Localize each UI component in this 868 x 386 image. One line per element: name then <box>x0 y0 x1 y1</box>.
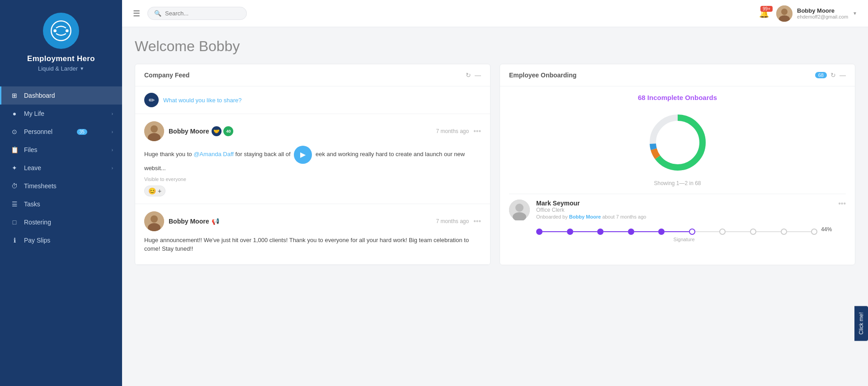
header-right: 🔔 99+ Bobby Moore ehdemoff2@gmail.com ▼ <box>759 5 857 22</box>
sidebar-item-leave[interactable]: ✦ Leave › <box>0 159 122 177</box>
search-input[interactable] <box>165 10 240 17</box>
chevron-right-icon: › <box>112 166 113 171</box>
post-avatar-2 <box>144 211 164 231</box>
sidebar-item-dashboard[interactable]: ⊞ Dashboard <box>0 86 122 105</box>
step-node-10 <box>811 229 817 235</box>
post-body: Huge thank you to @Amanda Daff for stayi… <box>144 146 481 173</box>
onboarding-title: Employee Onboarding <box>509 71 810 79</box>
post-meta: Bobby Moore 🤝 40 <box>169 126 431 136</box>
sidebar: Employment Hero Liquid & Larder ▼ ⊞ Dash… <box>0 0 122 386</box>
refresh-icon[interactable]: ↻ <box>466 71 471 79</box>
step-line-6 <box>695 231 720 232</box>
personnel-icon: ⊙ <box>10 128 19 135</box>
post-visibility: Visible to everyone <box>144 176 481 182</box>
feed-compose[interactable]: ✏ What would you like to share? <box>135 86 490 114</box>
chevron-down-icon: ▼ <box>80 66 84 71</box>
header: ☰ 🔍 🔔 99+ Bobby Moore ehd <box>122 0 868 27</box>
hamburger-menu-icon[interactable]: ☰ <box>133 9 140 19</box>
svg-point-2 <box>66 29 69 33</box>
search-bar[interactable]: 🔍 <box>147 7 247 20</box>
post-avatar <box>144 121 164 141</box>
chevron-right-icon: › <box>112 129 113 134</box>
post-author-name: Bobby Moore 🤝 40 <box>169 126 431 136</box>
tasks-icon: ☰ <box>10 200 19 208</box>
emoji-icon: 😊 <box>148 187 156 195</box>
svg-point-7 <box>151 125 158 133</box>
post-author-icons: 🤝 40 <box>212 126 233 136</box>
emp-options-icon[interactable]: ••• <box>838 200 846 208</box>
step-node-3 <box>597 229 604 235</box>
onboarding-subtitle: 68 Incomplete Onboards <box>509 94 846 101</box>
notification-button[interactable]: 🔔 99+ <box>759 9 769 19</box>
step-node-4 <box>628 229 634 235</box>
add-reaction-icon: + <box>158 187 161 195</box>
post-header-2: Bobby Moore 📢 7 months ago ••• <box>144 211 481 231</box>
step-node-5 <box>658 229 665 235</box>
sidebar-item-timesheets[interactable]: ⏱ Timesheets <box>0 177 122 195</box>
card-actions: ↻ — <box>466 71 481 79</box>
post-options-icon-2[interactable]: ••• <box>473 217 481 225</box>
emp-onboard-by: Onboarded by Bobby Moore about 7 months … <box>536 214 832 219</box>
user-menu[interactable]: Bobby Moore ehdemoff2@gmail.com ▼ <box>776 5 857 22</box>
step-node-1 <box>536 229 542 235</box>
step-line-5 <box>665 231 689 232</box>
avatar-image <box>776 5 793 22</box>
svg-point-4 <box>781 9 788 15</box>
feed-post-1: Bobby Moore 🤝 40 7 months ago ••• Huge t… <box>135 114 490 204</box>
welcome-title: Welcome Bobby <box>135 38 855 55</box>
onboarding-header: Employee Onboarding 68 ↻ — <box>500 64 855 86</box>
step-line-2 <box>573 231 598 232</box>
video-play-button[interactable]: ▶ <box>294 146 312 164</box>
step-node-current <box>689 229 695 235</box>
sidebar-item-payslips[interactable]: ℹ Pay Slips <box>0 231 122 249</box>
company-feed-header: Company Feed ↻ — <box>135 64 490 86</box>
sidebar-item-files[interactable]: 📋 Files › <box>0 141 122 159</box>
onboarding-card-actions: ↻ — <box>830 71 846 79</box>
user-chevron-icon: ▼ <box>853 11 857 16</box>
post-header: Bobby Moore 🤝 40 7 months ago ••• <box>144 121 481 141</box>
step-line-3 <box>604 231 628 232</box>
compose-prompt[interactable]: What would you like to share? <box>163 97 241 104</box>
dashboard-icon: ⊞ <box>10 92 19 99</box>
post-time-2: 7 months ago <box>436 218 469 224</box>
user-text: Bobby Moore ehdemoff2@gmail.com <box>797 7 848 19</box>
reaction-add-button[interactable]: 😊 + <box>144 186 165 196</box>
minimize-icon[interactable]: — <box>475 71 481 79</box>
megaphone-icon: 📢 <box>212 218 219 225</box>
company-feed-title: Company Feed <box>144 71 462 79</box>
sidebar-item-label: Tasks <box>24 200 40 208</box>
tag-icon-hands: 🤝 <box>212 126 222 136</box>
main-area: ☰ 🔍 🔔 99+ Bobby Moore ehd <box>122 0 868 386</box>
files-icon: 📋 <box>10 146 19 153</box>
sidebar-item-mylife[interactable]: ● My Life › <box>0 105 122 123</box>
org-selector[interactable]: Liquid & Larder ▼ <box>38 65 84 72</box>
avatar <box>776 5 793 22</box>
step-line-1 <box>542 231 567 232</box>
chevron-right-icon: › <box>112 111 113 116</box>
company-feed-card: Company Feed ↻ — ✏ What would you like t… <box>135 64 491 265</box>
onboarding-badge: 68 <box>815 72 827 78</box>
post-time: 7 months ago <box>436 128 469 134</box>
sidebar-item-tasks[interactable]: ☰ Tasks <box>0 195 122 213</box>
sidebar-item-label: Timesheets <box>24 182 57 190</box>
employee-onboarding-card: Employee Onboarding 68 ↻ — 68 Incomplete… <box>500 64 855 265</box>
mention-link[interactable]: @Amanda Daff <box>193 151 234 157</box>
chevron-right-icon: › <box>112 148 113 152</box>
sidebar-item-rostering[interactable]: □ Rostering <box>0 213 122 231</box>
minimize-icon-2[interactable]: — <box>840 71 846 79</box>
onboarded-by-name: Bobby Moore <box>569 214 601 219</box>
app-name: Employment Hero <box>27 54 95 63</box>
step-node-7 <box>719 229 726 235</box>
refresh-icon-2[interactable]: ↻ <box>830 71 836 79</box>
feed-post-2: Bobby Moore 📢 7 months ago ••• Huge anno… <box>135 204 490 265</box>
sidebar-logo: Employment Hero Liquid & Larder ▼ <box>0 0 122 79</box>
step-node-8 <box>750 229 756 235</box>
step-label: Signature <box>536 237 832 242</box>
donut-svg <box>644 109 712 176</box>
post-options-icon[interactable]: ••• <box>473 127 481 135</box>
app-logo <box>43 13 79 49</box>
rostering-icon: □ <box>10 219 19 226</box>
click-me-button[interactable]: Click me! <box>854 306 868 341</box>
sidebar-item-label: Dashboard <box>24 92 55 99</box>
sidebar-item-personnel[interactable]: ⊙ Personnel 35 › <box>0 123 122 141</box>
